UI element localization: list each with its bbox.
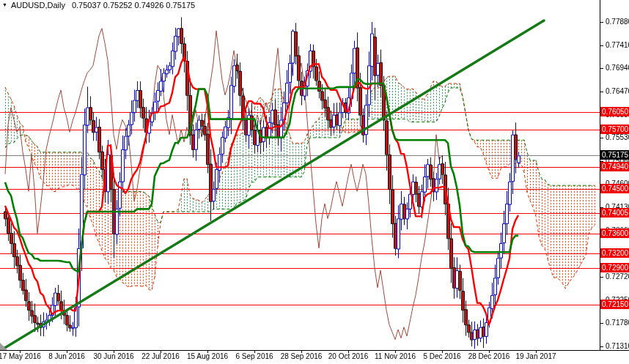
hline-price-badge[interactable]: 0.74500	[600, 184, 629, 193]
hline-price-badge[interactable]: 0.75700	[600, 125, 629, 134]
price-tick-label: 0.77880	[606, 18, 629, 26]
chart-window: ▼AUDUSD,Daily0.75037 0.75252 0.74926 0.7…	[0, 0, 629, 364]
hline-price-badge[interactable]: 0.73600	[600, 229, 629, 238]
price-tick-label: 0.77410	[606, 41, 629, 50]
date-tick-label: 11 Nov 2016	[375, 352, 416, 360]
date-tick-label: 17 May 2016	[0, 352, 41, 360]
date-tick-label: 28 Sep 2016	[281, 352, 323, 360]
hline-price-badge[interactable]: 0.74940	[600, 162, 629, 171]
date-tick-label: 15 Aug 2016	[187, 352, 228, 360]
ohlc-values-label: 0.75037 0.75252 0.74926 0.75175	[72, 1, 195, 10]
price-tick-label: 0.75530	[606, 133, 629, 142]
date-tick-label: 28 Dec 2016	[468, 352, 510, 360]
date-tick-label: 19 Jan 2017	[515, 352, 556, 360]
symbol-period-label: AUDUSD,Daily	[11, 1, 65, 10]
price-tick-label: 0.71310	[606, 342, 629, 351]
hline-price-badge[interactable]: 0.73200	[600, 248, 629, 258]
date-tick-label: 6 Sep 2016	[235, 352, 273, 360]
date-tick-label: 30 Jun 2016	[93, 352, 133, 360]
date-tick-label: 22 Jul 2016	[141, 352, 180, 360]
current-price-badge: 0.75175	[600, 150, 629, 160]
price-chart-canvas[interactable]	[0, 0, 629, 364]
price-tick-label: 0.76940	[606, 64, 629, 73]
hline-price-badge[interactable]: 0.74005	[600, 208, 629, 218]
hline-price-badge[interactable]: 0.72900	[600, 263, 629, 272]
chart-title: ▼AUDUSD,Daily0.75037 0.75252 0.74926 0.7…	[2, 1, 195, 10]
hline-price-badge[interactable]: 0.72150	[600, 300, 629, 309]
date-tick-label: 20 Oct 2016	[328, 352, 368, 360]
date-tick-label: 8 Jun 2016	[48, 352, 85, 360]
collapse-triangle-icon[interactable]: ▼	[2, 2, 7, 7]
date-tick-label: 5 Dec 2016	[423, 352, 460, 360]
hline-price-badge[interactable]: 0.76050	[600, 107, 629, 116]
price-tick-label: 0.76470	[606, 87, 629, 96]
price-tick-label: 0.72720	[606, 272, 629, 281]
price-tick-label: 0.71780	[606, 319, 629, 327]
